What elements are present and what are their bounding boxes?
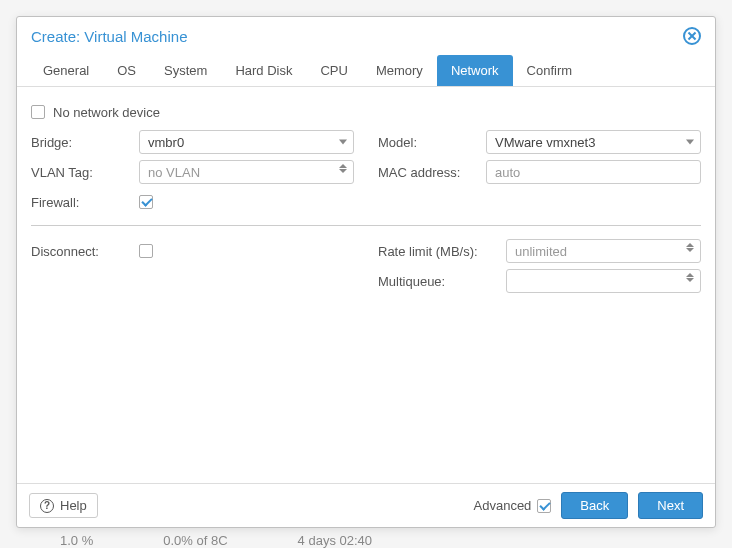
tab-cpu[interactable]: CPU [306, 55, 361, 86]
advanced-checkbox[interactable] [537, 499, 551, 513]
tab-os[interactable]: OS [103, 55, 150, 86]
bridge-select[interactable]: vmbr0 [139, 130, 354, 154]
firewall-label: Firewall: [31, 195, 131, 210]
create-vm-dialog: Create: Virtual Machine General OS Syste… [16, 16, 716, 528]
vlan-input[interactable]: no VLAN [139, 160, 354, 184]
help-button[interactable]: ? Help [29, 493, 98, 518]
help-icon: ? [40, 499, 54, 513]
tab-harddisk[interactable]: Hard Disk [221, 55, 306, 86]
spinner-icon [339, 164, 347, 173]
rate-input[interactable]: unlimited [506, 239, 701, 263]
mac-value: auto [495, 165, 678, 180]
footer-bar: ? Help Advanced Back Next [17, 483, 715, 527]
vlan-label: VLAN Tag: [31, 165, 131, 180]
model-value: VMware vmxnet3 [495, 135, 678, 150]
dialog-title: Create: Virtual Machine [31, 28, 187, 45]
tab-strip: General OS System Hard Disk CPU Memory N… [17, 55, 715, 87]
back-button[interactable]: Back [561, 492, 628, 519]
form-content: No network device Bridge: vmbr0 Model: V… [17, 87, 715, 483]
mac-label: MAC address: [378, 165, 478, 180]
bridge-label: Bridge: [31, 135, 131, 150]
divider [31, 225, 701, 226]
disconnect-label: Disconnect: [31, 244, 131, 259]
spinner-icon [686, 273, 694, 282]
chevron-down-icon [339, 140, 347, 145]
tab-confirm[interactable]: Confirm [513, 55, 587, 86]
title-bar: Create: Virtual Machine [17, 17, 715, 55]
multiqueue-label: Multiqueue: [378, 274, 498, 289]
close-icon[interactable] [683, 27, 701, 45]
disconnect-checkbox[interactable] [139, 244, 153, 258]
rate-value: unlimited [515, 244, 678, 259]
bg-uptime: 4 days 02:40 [298, 533, 372, 548]
rate-label: Rate limit (MB/s): [378, 244, 498, 259]
bg-cpu-percent: 1.0 % [60, 533, 93, 548]
model-select[interactable]: VMware vmxnet3 [486, 130, 701, 154]
next-button[interactable]: Next [638, 492, 703, 519]
vlan-value: no VLAN [148, 165, 331, 180]
no-network-checkbox[interactable] [31, 105, 45, 119]
tab-system[interactable]: System [150, 55, 221, 86]
spinner-icon [686, 243, 694, 252]
tab-network[interactable]: Network [437, 55, 513, 86]
firewall-checkbox[interactable] [139, 195, 153, 209]
no-network-label: No network device [53, 105, 160, 120]
chevron-down-icon [686, 140, 694, 145]
help-label: Help [60, 498, 87, 513]
bg-cpu-cores: 0.0% of 8C [163, 533, 227, 548]
model-label: Model: [378, 135, 478, 150]
bridge-value: vmbr0 [148, 135, 331, 150]
tab-general[interactable]: General [29, 55, 103, 86]
tab-memory[interactable]: Memory [362, 55, 437, 86]
multiqueue-input[interactable] [506, 269, 701, 293]
mac-input[interactable]: auto [486, 160, 701, 184]
advanced-label: Advanced [474, 498, 532, 513]
